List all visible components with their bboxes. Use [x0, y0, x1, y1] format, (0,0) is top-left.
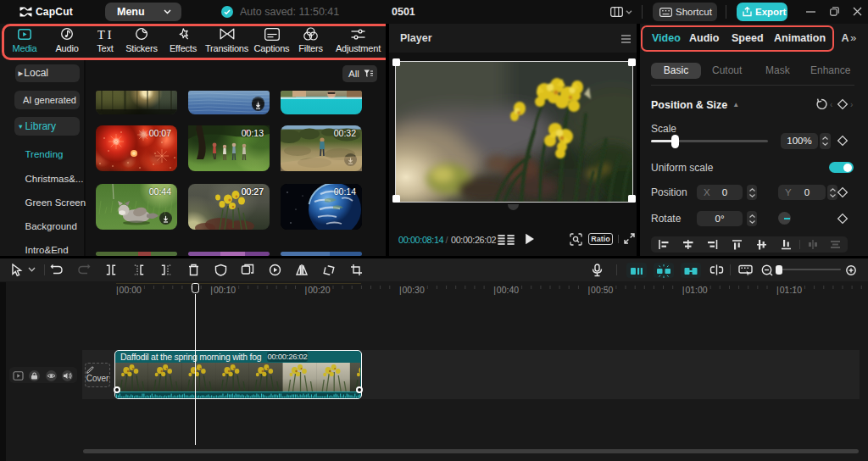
svg-text:| 00:10: | 00:10: [210, 285, 236, 295]
svg-text:| 00:30: | 00:30: [399, 285, 425, 295]
svg-text:| 00:00: | 00:00: [116, 285, 142, 295]
svg-text:| 01:00: | 01:00: [682, 285, 708, 295]
svg-text:| 00:50: | 00:50: [588, 285, 614, 295]
svg-text:| 00:20: | 00:20: [305, 285, 331, 295]
svg-text:| 00:40: | 00:40: [493, 285, 519, 295]
svg-text:| 01:10: | 01:10: [776, 285, 802, 295]
